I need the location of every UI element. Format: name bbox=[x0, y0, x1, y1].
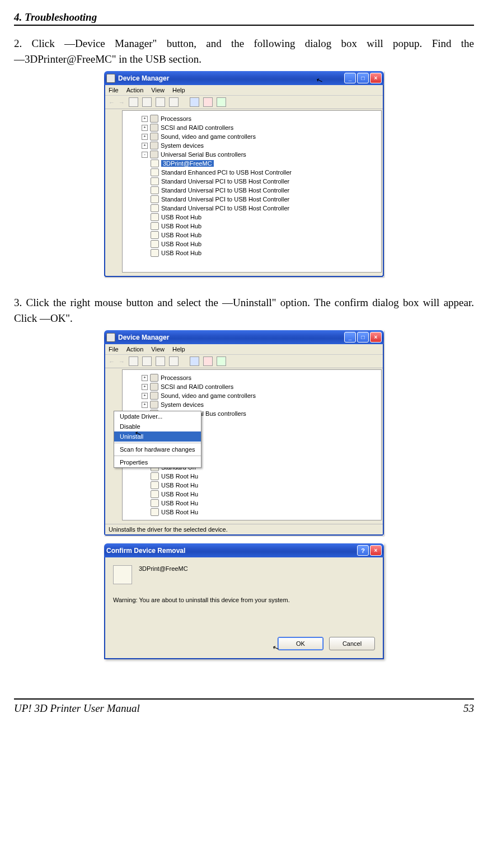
tool-button[interactable] bbox=[217, 356, 226, 366]
ctx-disable[interactable]: Disable bbox=[114, 421, 201, 431]
tree-node[interactable]: USB Root Hub bbox=[161, 214, 201, 220]
device-tree[interactable]: +Processors +SCSI and RAID controllers +… bbox=[122, 110, 382, 273]
paragraph-step3: 3. Click the right mouse button and sele… bbox=[14, 295, 474, 326]
expand-icon[interactable]: + bbox=[142, 402, 148, 408]
tree-node[interactable]: USB Root Hu bbox=[161, 491, 198, 498]
tree-node[interactable]: USB Root Hu bbox=[161, 500, 198, 506]
usb-icon bbox=[151, 204, 159, 212]
tree-node[interactable]: Standard Universal PCI to USB Host Contr… bbox=[161, 187, 289, 194]
tree-node[interactable]: Sound, video and game controllers bbox=[161, 392, 256, 399]
close-button[interactable]: × bbox=[370, 545, 382, 556]
tree-node[interactable]: Universal Serial Bus controllers bbox=[161, 151, 246, 158]
confirm-device-removal-dialog: Confirm Device Removal ? × 3DPrint@FreeM… bbox=[104, 543, 384, 659]
menu-file[interactable]: File bbox=[109, 87, 119, 93]
tree-node[interactable]: USB Root Hub bbox=[161, 241, 201, 247]
expand-icon[interactable]: + bbox=[142, 134, 148, 140]
tree-node[interactable]: System devices bbox=[161, 142, 204, 149]
usb-icon bbox=[151, 186, 159, 194]
cancel-button[interactable]: Cancel bbox=[329, 637, 375, 650]
expand-icon[interactable]: + bbox=[142, 143, 148, 149]
tree-node[interactable]: Processors bbox=[161, 115, 191, 122]
tree-node[interactable]: USB Root Hu bbox=[161, 473, 198, 480]
expand-icon[interactable]: + bbox=[142, 375, 148, 381]
device-icon bbox=[113, 565, 132, 584]
tool-button[interactable] bbox=[156, 97, 165, 107]
ctx-separator bbox=[114, 456, 201, 456]
tool-button[interactable] bbox=[156, 356, 165, 366]
tree-node[interactable]: USB Root Hub bbox=[161, 232, 201, 238]
tree-node[interactable]: USB Root Hub bbox=[161, 223, 201, 229]
usb-icon bbox=[151, 240, 159, 248]
nav-fwd-icon: → bbox=[119, 358, 125, 365]
tree-node[interactable]: Standard Enhanced PCI to USB Host Contro… bbox=[161, 169, 292, 176]
expand-icon[interactable]: + bbox=[142, 393, 148, 399]
ctx-update-driver[interactable]: Update Driver... bbox=[114, 411, 201, 421]
tool-button[interactable] bbox=[190, 356, 199, 366]
tool-button[interactable] bbox=[142, 356, 152, 366]
tree-node[interactable]: System devices bbox=[161, 401, 204, 408]
minimize-button[interactable]: _ bbox=[344, 332, 356, 342]
page-number: 53 bbox=[463, 702, 474, 715]
ctx-properties[interactable]: Properties bbox=[114, 457, 201, 467]
device-manager-window-2: Device Manager _ □ × File Action View He… bbox=[104, 330, 384, 536]
tool-button[interactable] bbox=[129, 97, 138, 107]
tree-node[interactable]: Standard Universal PCI to USB Host Contr… bbox=[161, 205, 289, 212]
category-icon bbox=[150, 151, 158, 158]
titlebar[interactable]: Confirm Device Removal ? × bbox=[104, 543, 384, 557]
titlebar[interactable]: Device Manager _ □ × bbox=[104, 330, 384, 344]
minimize-button[interactable]: _ bbox=[344, 73, 356, 83]
menu-view[interactable]: View bbox=[151, 346, 165, 353]
maximize-button[interactable]: □ bbox=[357, 73, 369, 83]
collapse-icon[interactable]: - bbox=[142, 152, 148, 158]
help-button[interactable]: ? bbox=[357, 545, 369, 556]
close-button[interactable]: × bbox=[370, 73, 382, 83]
paragraph-step2: 2. Click ―Device Manager" button, and th… bbox=[14, 36, 474, 67]
usb-icon bbox=[151, 168, 159, 176]
usb-icon bbox=[151, 213, 159, 221]
usb-icon bbox=[151, 222, 159, 230]
tree-node[interactable]: Processors bbox=[161, 374, 191, 381]
tool-button[interactable] bbox=[203, 97, 213, 107]
tree-node[interactable]: USB Root Hub bbox=[161, 250, 201, 256]
tool-button[interactable] bbox=[169, 97, 179, 107]
menu-view[interactable]: View bbox=[151, 87, 165, 93]
tree-node-selected[interactable]: 3DPrint@FreeMC bbox=[161, 160, 214, 167]
menu-help[interactable]: Help bbox=[172, 87, 185, 93]
close-button[interactable]: × bbox=[370, 332, 382, 342]
dialog-title: Confirm Device Removal bbox=[106, 547, 185, 555]
usb-icon bbox=[151, 231, 159, 239]
ctx-uninstall[interactable]: Uninstall bbox=[114, 431, 201, 442]
nav-back-icon: ← bbox=[109, 358, 115, 365]
tree-node[interactable]: SCSI and RAID controllers bbox=[161, 383, 233, 390]
ctx-scan-hardware[interactable]: Scan for hardware changes bbox=[114, 444, 201, 454]
menu-action[interactable]: Action bbox=[126, 346, 144, 353]
tree-node[interactable]: Standard Universal PCI to USB Host Contr… bbox=[161, 178, 289, 185]
menu-action[interactable]: Action bbox=[126, 87, 144, 93]
titlebar[interactable]: Device Manager _ □ × bbox=[104, 71, 384, 85]
tree-node[interactable]: Standard Universal PCI to USB Host Contr… bbox=[161, 196, 289, 203]
device-manager-window-1: Device Manager _ □ × File Action View He… bbox=[104, 71, 384, 277]
tool-button[interactable] bbox=[190, 97, 199, 107]
menu-help[interactable]: Help bbox=[172, 346, 185, 353]
usb-icon bbox=[151, 159, 159, 167]
tool-button[interactable] bbox=[203, 356, 213, 366]
ok-button[interactable]: OK bbox=[278, 637, 323, 650]
expand-icon[interactable]: + bbox=[142, 384, 148, 390]
tool-button[interactable] bbox=[129, 356, 138, 366]
tool-button[interactable] bbox=[217, 97, 226, 107]
tree-node[interactable]: SCSI and RAID controllers bbox=[161, 124, 233, 131]
tool-button[interactable] bbox=[169, 356, 179, 366]
expand-icon[interactable]: + bbox=[142, 116, 148, 122]
tree-node[interactable]: Sound, video and game controllers bbox=[161, 133, 256, 140]
tree-node[interactable]: USB Root Hu bbox=[161, 482, 198, 489]
toolbar: ← → bbox=[105, 96, 383, 109]
expand-icon[interactable]: + bbox=[142, 125, 148, 131]
usb-icon bbox=[151, 472, 159, 480]
menu-file[interactable]: File bbox=[109, 346, 119, 353]
tree-node[interactable]: USB Root Hu bbox=[161, 509, 198, 515]
footer-title: UP! 3D Printer User Manual bbox=[14, 702, 140, 715]
statusbar: Uninstalls the driver for the selected d… bbox=[105, 524, 383, 534]
maximize-button[interactable]: □ bbox=[357, 332, 369, 342]
tool-button[interactable] bbox=[142, 97, 152, 107]
nav-fwd-icon: → bbox=[119, 99, 125, 106]
